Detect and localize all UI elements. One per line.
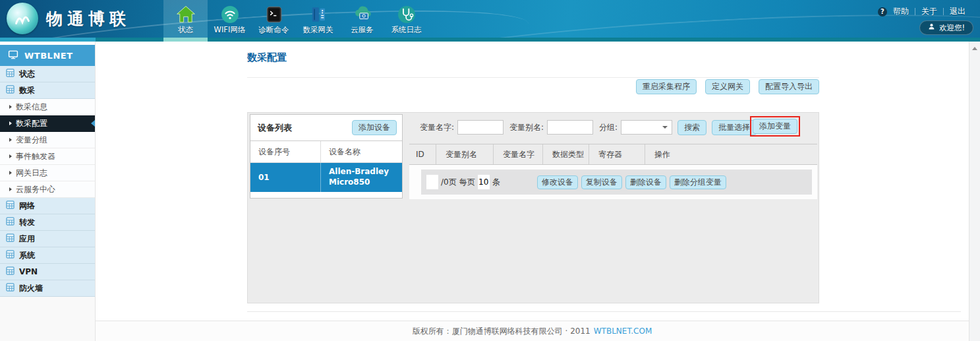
nav-item-gateway[interactable]: 数采网关 [296,0,340,38]
sidebar-item-gateway-log[interactable]: 网关日志 [0,165,95,181]
device-row[interactable]: 01Allen-Bradley Micro850 [250,163,402,192]
sidebar-item-forward[interactable]: 转发 [0,214,95,231]
toolbar-button-restart-collector[interactable]: 重启采集程序 [636,79,697,94]
sidebar-item-label: 事件触发器 [16,151,55,162]
pagination-buttons: 修改设备复制设备删除设备删除分组变量 [537,175,726,189]
grid-icon [6,266,14,277]
variable-alias-input[interactable] [547,120,593,135]
add-device-button[interactable]: 添加设备 [352,120,397,135]
submenu-arrow-icon [9,138,12,142]
sidebar-item-app[interactable]: 应用 [0,231,95,247]
sidebar-item-dc-info[interactable]: 数采信息 [0,99,95,115]
sidebar-item-label: 网络 [19,201,35,212]
var-table-header: ID变量别名变量名字数据类型寄存器操作 [409,144,817,165]
search-button[interactable]: 搜索 [677,120,706,135]
sidebar-title-bar: WTBLNET [0,45,95,66]
nav-item-label: 云服务 [351,25,374,35]
grid-icon [6,250,14,261]
sidebar-item-firewall[interactable]: 防火墙 [0,280,95,297]
per-page-label: 每页 [459,177,475,188]
copyright-text: 版权所有：厦门物通博联网络科技有限公司 · 2011 [413,326,591,337]
grid-icon [6,85,14,96]
variable-name-input[interactable] [457,120,504,135]
sidebar-item-status[interactable]: 状态 [0,66,95,82]
sidebar-item-vpn[interactable]: VPN [0,264,95,280]
scroll-up-arrow-icon[interactable] [972,47,977,50]
app-logo: 物通博联 [7,3,130,34]
help-icon: ? [878,7,887,16]
sidebar-menu: 状态数采数采信息数采配置变量分组事件触发器网关日志云服务中心网络转发应用系统VP… [0,66,95,297]
submenu-arrow-icon [9,121,12,125]
var-col-header: 数据类型 [542,144,589,164]
nav-item-wifi[interactable]: WIFI网络 [208,0,252,38]
link-separator [915,8,915,15]
per-page-input[interactable] [478,175,490,189]
group-select[interactable] [621,120,672,135]
toolbar-button-config-import-export[interactable]: 配置导入导出 [759,79,819,94]
pagination-button-delete-group-vars[interactable]: 删除分组变量 [670,175,726,189]
add-variable-button[interactable]: 添加变量 [753,119,797,134]
nav-item-label: 状态 [178,25,193,35]
gateway-device-icon [308,5,328,24]
page-suffix-label: /0页 [441,177,457,188]
var-col-header: 变量别名 [436,144,493,164]
page-input[interactable] [426,175,438,189]
var-col-header: 寄存器 [589,144,645,164]
sidebar-item-label: 转发 [19,217,35,228]
nav-item-status[interactable]: 状态 [163,0,208,38]
submenu-arrow-icon [9,187,12,191]
cloud-service-icon [353,5,372,24]
pagination-button-modify-device[interactable]: 修改设备 [537,175,578,189]
sidebar-item-label: 变量分组 [16,135,47,146]
toolbar-button-define-gateway[interactable]: 定义网关 [705,79,750,94]
sidebar-item-dc-config[interactable]: 数采配置 [0,115,95,132]
device-panel-title: 设备列表 [258,122,292,134]
header-link-about[interactable]: 关于 [921,6,937,17]
welcome-button[interactable]: 欢迎您! [919,20,973,35]
header-link-help[interactable]: 帮助 [893,6,909,17]
pagination-button-copy-device[interactable]: 复制设备 [581,175,622,189]
grid-icon [6,217,14,228]
monitor-icon [8,49,18,62]
nav-item-syslog[interactable]: 系统日志 [384,0,428,38]
sidebar-item-network[interactable]: 网络 [0,198,95,214]
var-table-body: /0页 每页 条 修改设备复制设备删除设备删除分组变量 [409,165,817,199]
sidebar-item-label: 数采配置 [16,118,47,129]
sidebar-item-system[interactable]: 系统 [0,247,95,264]
wtblnet-link[interactable]: WTBLNET.COM [594,326,652,336]
device-table-body: 01Allen-Bradley Micro850 [250,163,402,192]
nav-item-label: 数采网关 [303,25,333,35]
link-separator [943,8,944,15]
welcome-label: 欢迎您! [939,23,965,33]
pagination-button-delete-device[interactable]: 删除设备 [625,175,666,189]
sidebar-item-cloud-center[interactable]: 云服务中心 [0,181,95,198]
sidebar-item-var-group[interactable]: 变量分组 [0,132,95,148]
logo-text: 物通博联 [46,8,130,30]
nav-item-diagnose[interactable]: 诊断命令 [252,0,296,38]
var-col-header: ID [409,144,436,164]
nav-item-cloud[interactable]: 云服务 [340,0,384,38]
grid-icon [6,201,14,211]
toolbar: 重启采集程序定义网关配置导入导出 [247,79,819,94]
nav-item-label: 系统日志 [391,25,422,35]
sidebar-item-label: 数采 [19,85,35,96]
terminal-icon [264,5,284,24]
sidebar-item-label: 系统 [19,250,35,261]
sidebar-item-label: 防火墙 [19,283,43,294]
header-nav: 状态WIFI网络诊断命令数采网关云服务系统日志 [163,0,428,38]
header-link-logout[interactable]: 退出 [950,6,966,17]
unit-label: 条 [492,177,500,188]
grid-icon [6,69,14,79]
device-table-header: 设备序号设备名称 [250,141,402,163]
var-col-header: 操作 [645,144,817,164]
sidebar-item-event-trigger[interactable]: 事件触发器 [0,148,95,165]
home-icon [176,5,196,24]
title-divider [247,77,819,78]
nav-item-label: WIFI网络 [214,25,246,35]
submenu-arrow-icon [9,171,12,175]
sidebar-item-data-collect[interactable]: 数采 [0,82,95,99]
vertical-scrollbar[interactable] [969,42,980,341]
sidebar-item-label: 应用 [19,233,35,245]
submenu-arrow-icon [9,105,12,109]
sidebar-item-label: 云服务中心 [16,184,55,195]
